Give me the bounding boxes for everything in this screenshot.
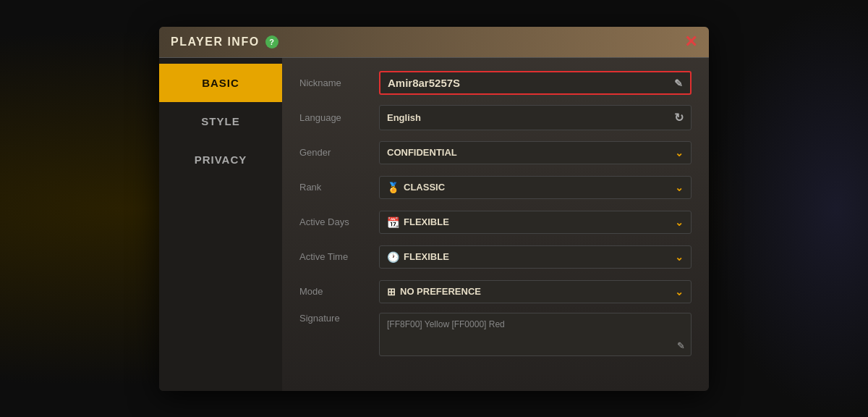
active-time-row: Active Time 🕐 FLEXIBLE ⌄	[299, 243, 692, 271]
mode-field: ⊞ NO PREFERENCE ⌄	[379, 280, 692, 303]
sidebar-item-style[interactable]: STYLE	[159, 102, 282, 140]
dialog-title-row: PLAYER INFO ?	[171, 35, 278, 49]
active-time-inner: 🕐 FLEXIBLE	[387, 251, 449, 263]
mode-value: NO PREFERENCE	[400, 286, 481, 297]
active-time-chevron-icon: ⌄	[675, 251, 684, 263]
rank-row: Rank 🏅 CLASSIC ⌄	[299, 174, 692, 201]
gender-value: CONFIDENTIAL	[387, 147, 457, 158]
language-value: English	[387, 112, 421, 123]
sidebar: BASIC STYLE PRIVACY	[159, 58, 282, 391]
dialog-title: PLAYER INFO	[171, 35, 260, 49]
active-days-row: Active Days 📆 FLEXIBLE ⌄	[299, 208, 692, 236]
gender-chevron-icon: ⌄	[675, 147, 684, 159]
nickname-edit-icon[interactable]: ✎	[674, 77, 683, 89]
active-time-label: Active Time	[299, 251, 379, 262]
active-days-value: FLEXIBLE	[404, 216, 449, 227]
nickname-field: Amir8ar5257S ✎	[379, 71, 692, 95]
sidebar-item-basic[interactable]: BASIC	[159, 64, 282, 102]
close-button[interactable]: ✕	[684, 34, 697, 50]
mode-label: Mode	[299, 286, 379, 297]
mode-chevron-icon: ⌄	[675, 286, 684, 298]
dialog-body: BASIC STYLE PRIVACY Nickname Amir8ar5257…	[159, 58, 709, 391]
signature-value: [FF8F00] Yellow [FF0000] Red	[387, 319, 505, 329]
active-time-field: 🕐 FLEXIBLE ⌄	[379, 245, 692, 269]
player-info-dialog: PLAYER INFO ? ✕ BASIC STYLE PRIVACY Nick…	[159, 27, 709, 391]
rank-value: CLASSIC	[404, 182, 445, 193]
language-refresh-icon[interactable]: ↻	[674, 111, 684, 125]
signature-row: Signature [FF8F00] Yellow [FF0000] Red ✎	[299, 313, 692, 356]
rank-select[interactable]: 🏅 CLASSIC ⌄	[379, 176, 692, 199]
signature-edit-icon[interactable]: ✎	[677, 340, 685, 351]
mode-select-inner: ⊞ NO PREFERENCE	[387, 286, 481, 298]
gender-label: Gender	[299, 147, 379, 158]
nickname-value: Amir8ar5257S	[388, 77, 460, 89]
active-time-icon: 🕐	[387, 251, 399, 263]
gender-select[interactable]: CONFIDENTIAL ⌄	[379, 141, 692, 164]
active-days-field: 📆 FLEXIBLE ⌄	[379, 211, 692, 234]
dialog-header: PLAYER INFO ? ✕	[159, 27, 709, 58]
nickname-row: Nickname Amir8ar5257S ✎	[299, 70, 692, 97]
language-select[interactable]: English ↻	[379, 105, 692, 130]
content-area: Nickname Amir8ar5257S ✎ Language English…	[282, 58, 709, 391]
active-days-chevron-icon: ⌄	[675, 216, 684, 228]
gender-select-inner: CONFIDENTIAL	[387, 147, 457, 158]
language-label: Language	[299, 112, 379, 123]
language-row: Language English ↻	[299, 104, 692, 132]
active-time-select[interactable]: 🕐 FLEXIBLE ⌄	[379, 245, 692, 269]
signature-input[interactable]: [FF8F00] Yellow [FF0000] Red ✎	[379, 313, 692, 356]
gender-field: CONFIDENTIAL ⌄	[379, 141, 692, 164]
mode-select[interactable]: ⊞ NO PREFERENCE ⌄	[379, 280, 692, 303]
rank-chevron-icon: ⌄	[675, 182, 684, 193]
rank-select-inner: 🏅 CLASSIC	[387, 182, 445, 193]
signature-field: [FF8F00] Yellow [FF0000] Red ✎	[379, 313, 692, 356]
signature-label: Signature	[299, 313, 379, 324]
active-days-inner: 📆 FLEXIBLE	[387, 216, 449, 228]
mode-icon: ⊞	[387, 286, 396, 298]
active-days-label: Active Days	[299, 216, 379, 227]
language-field: English ↻	[379, 105, 692, 130]
rank-icon: 🏅	[387, 182, 399, 193]
gender-row: Gender CONFIDENTIAL ⌄	[299, 139, 692, 167]
mode-row: Mode ⊞ NO PREFERENCE ⌄	[299, 278, 692, 306]
sidebar-item-privacy[interactable]: PRIVACY	[159, 140, 282, 179]
rank-field: 🏅 CLASSIC ⌄	[379, 176, 692, 199]
help-icon[interactable]: ?	[265, 35, 278, 49]
nickname-label: Nickname	[299, 77, 379, 88]
rank-label: Rank	[299, 182, 379, 193]
active-time-value: FLEXIBLE	[404, 251, 449, 262]
nickname-input[interactable]: Amir8ar5257S ✎	[379, 71, 692, 95]
active-days-select[interactable]: 📆 FLEXIBLE ⌄	[379, 211, 692, 234]
active-days-icon: 📆	[387, 216, 399, 228]
